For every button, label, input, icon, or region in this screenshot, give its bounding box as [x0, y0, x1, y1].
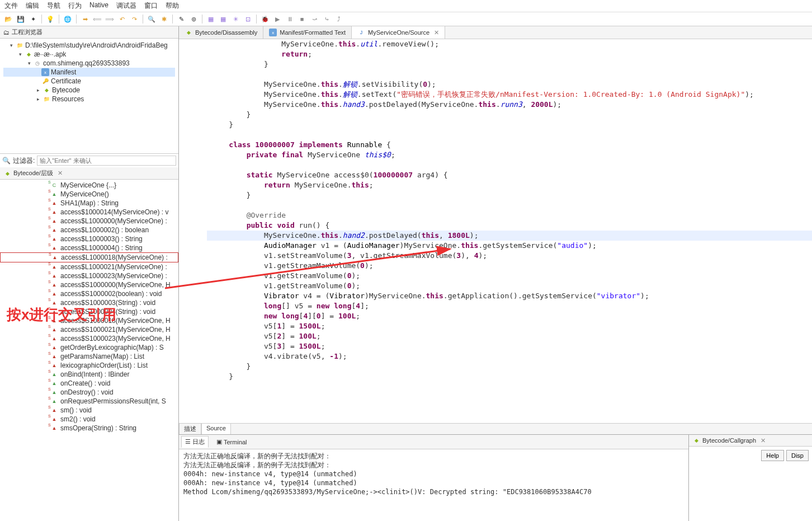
- bug-icon[interactable]: 🐞: [260, 14, 270, 24]
- globe-icon[interactable]: 🌐: [63, 14, 73, 24]
- filter-input[interactable]: [37, 156, 176, 166]
- hierarchy-label: Bytecode/层级: [13, 169, 53, 177]
- hierarchy-list[interactable]: SCMyServiceOne {...}S▲MyServiceOne()S▲SH…: [0, 180, 178, 521]
- hierarchy-item[interactable]: S▲getOrderByLexicographic(Map) : S: [0, 343, 178, 352]
- log-content[interactable]: 方法无法正确地反编译，新的例子无法找到配对：方法无法正确地反编译，新的例子无法找…: [179, 449, 688, 521]
- tree-manifest[interactable]: Manifest: [51, 68, 76, 76]
- star-icon[interactable]: ✱: [159, 14, 169, 24]
- hierarchy-item[interactable]: S▲SHA1(Map) : String: [0, 199, 178, 208]
- hierarchy-item[interactable]: S▲access$L1000000(MyServiceOne) :: [0, 217, 178, 226]
- terminal-icon: ▣: [216, 438, 222, 445]
- tree-resources[interactable]: Resources: [52, 95, 84, 103]
- find-icon[interactable]: 🔍: [147, 14, 157, 24]
- target-icon[interactable]: ⊚: [188, 14, 199, 24]
- hierarchy-item[interactable]: S▲MyServiceOne(): [0, 190, 178, 199]
- close-icon[interactable]: ✕: [434, 29, 439, 36]
- hierarchy-item[interactable]: S▲smsOpera(String) : String: [0, 424, 178, 433]
- tab-terminal[interactable]: ▣Terminal: [213, 436, 251, 448]
- edit-icon[interactable]: ✎: [176, 14, 186, 24]
- close-icon[interactable]: ✕: [58, 170, 63, 177]
- fwd-icon[interactable]: ⟹: [105, 14, 115, 24]
- undo-icon[interactable]: ↶: [117, 14, 127, 24]
- method-icon: S▲: [50, 344, 58, 351]
- menu-action[interactable]: 行为: [68, 1, 82, 11]
- hierarchy-item[interactable]: S▲getParamsName(Map) : List: [0, 352, 178, 361]
- bulb-icon[interactable]: 💡: [45, 14, 55, 24]
- close-icon[interactable]: ✕: [761, 437, 766, 444]
- stepin-icon[interactable]: ⤷: [322, 14, 332, 24]
- method-icon: S▲: [50, 235, 58, 243]
- display-button[interactable]: Disp: [786, 450, 809, 461]
- hierarchy-item[interactable]: S▲access$L1000004() : String: [0, 243, 178, 252]
- tab-manifest[interactable]: xManifest/Formatted Text: [263, 26, 352, 39]
- hierarchy-item[interactable]: S▲access$L1000003() : String: [0, 234, 178, 243]
- method-icon: S▲: [50, 226, 58, 234]
- menu-help[interactable]: 帮助: [166, 1, 179, 11]
- explorer-title: 🗂 工程浏览器: [0, 26, 178, 39]
- hierarchy-item[interactable]: SCMyServiceOne {...}: [0, 181, 178, 190]
- hierarchy-item[interactable]: S▲onDestroy() : void: [0, 388, 178, 397]
- arrow-right-icon[interactable]: ➡: [80, 14, 90, 24]
- package-icon: ◷: [34, 59, 41, 67]
- grid1-icon[interactable]: ▦: [206, 14, 216, 24]
- menu-native[interactable]: Native: [89, 1, 108, 11]
- hierarchy-item[interactable]: S▲sm() : void: [0, 406, 178, 415]
- method-icon: S▲: [50, 370, 58, 378]
- method-icon: S▲: [50, 190, 58, 198]
- hierarchy-item[interactable]: S▲access$S1000018(MyServiceOne, H: [0, 316, 178, 325]
- hierarchy-item[interactable]: S▲access$L1000018(MyServiceOne) :: [0, 252, 178, 262]
- tree-bytecode[interactable]: Bytecode: [52, 86, 80, 94]
- method-icon: S▲: [50, 335, 58, 342]
- hierarchy-item[interactable]: S▲access$S1000004(String) : void: [0, 307, 178, 316]
- method-icon: S▲: [50, 415, 58, 423]
- menu-window[interactable]: 窗口: [144, 1, 158, 11]
- pause-icon[interactable]: ⏸: [285, 14, 295, 24]
- hierarchy-item[interactable]: S▲onRequestPermissionsResult(int, S: [0, 397, 178, 406]
- hierarchy-item[interactable]: S▲access$L1000002() : boolean: [0, 226, 178, 234]
- menu-file[interactable]: 文件: [4, 1, 18, 11]
- tree-root[interactable]: D:\fileSystem\study\re\Android\AndroidFr…: [25, 41, 168, 49]
- editor-tabs: ◆Bytecode/Disassembly xManifest/Formatte…: [179, 26, 812, 39]
- project-tree[interactable]: ▾📁D:\fileSystem\study\re\Android\Android…: [0, 39, 178, 153]
- hierarchy-item[interactable]: S▲access$S1000003(String) : void: [0, 298, 178, 307]
- hierarchy-item[interactable]: S▲access$1000014(MyServiceOne) : v: [0, 208, 178, 217]
- open-icon[interactable]: 📂: [3, 14, 13, 24]
- menu-nav[interactable]: 导航: [47, 1, 60, 11]
- method-icon: S▲: [50, 388, 58, 396]
- hierarchy-item[interactable]: S▲access$S1000002(boolean) : void: [0, 289, 178, 298]
- sub-tab-desc[interactable]: 描述: [179, 423, 201, 434]
- back-icon[interactable]: ⟸: [92, 14, 102, 24]
- menu-edit[interactable]: 编辑: [26, 1, 39, 11]
- hierarchy-item[interactable]: S▲lexicographicOrder(List) : List: [0, 361, 178, 370]
- hierarchy-item[interactable]: S▲access$L1000023(MyServiceOne) :: [0, 271, 178, 280]
- tree-apk[interactable]: æ··æ··.apk: [34, 50, 66, 58]
- stepover-icon[interactable]: ⤻: [309, 14, 319, 24]
- hierarchy-item[interactable]: S▲access$L1000021(MyServiceOne) :: [0, 262, 178, 271]
- save-icon[interactable]: 💾: [16, 14, 26, 24]
- tree-cert[interactable]: Certificate: [51, 77, 81, 85]
- tree-pkg[interactable]: com.shimeng.qq2693533893: [43, 59, 130, 67]
- hierarchy-item[interactable]: S▲onBind(Intent) : IBinder: [0, 370, 178, 379]
- sub-tab-source[interactable]: Source: [201, 423, 231, 434]
- code-editor[interactable]: MyServiceOne.this.util.removeView(); ret…: [179, 39, 812, 423]
- hierarchy-item[interactable]: S▲access$S1000000(MyServiceOne, H: [0, 280, 178, 289]
- hierarchy-item[interactable]: S▲onCreate() : void: [0, 379, 178, 388]
- stop-icon[interactable]: ■: [297, 14, 307, 24]
- stepout-icon[interactable]: ⤴: [334, 14, 344, 24]
- hierarchy-item[interactable]: S▲access$S1000021(MyServiceOne, H: [0, 325, 178, 334]
- obj-icon[interactable]: ⊡: [243, 14, 253, 24]
- redo-icon[interactable]: ↷: [129, 14, 139, 24]
- method-icon: S▲: [50, 281, 58, 289]
- tab-source[interactable]: JMyServiceOne/Source✕: [352, 26, 445, 39]
- grid2-icon[interactable]: ▦: [218, 14, 228, 24]
- help-button[interactable]: Help: [761, 450, 784, 461]
- tab-disassembly[interactable]: ◆Bytecode/Disassembly: [179, 26, 263, 39]
- hierarchy-item[interactable]: S▲sm2() : void: [0, 415, 178, 424]
- tab-log[interactable]: ☰日志: [181, 436, 209, 448]
- hierarchy-item[interactable]: S▲access$S1000023(MyServiceOne, H: [0, 334, 178, 343]
- puzzle-icon[interactable]: ✳: [230, 14, 240, 24]
- play-icon[interactable]: ▶: [272, 14, 282, 24]
- method-icon: S▲: [50, 317, 58, 325]
- props-icon[interactable]: ✦: [28, 14, 38, 24]
- menu-debug[interactable]: 调试器: [116, 1, 136, 11]
